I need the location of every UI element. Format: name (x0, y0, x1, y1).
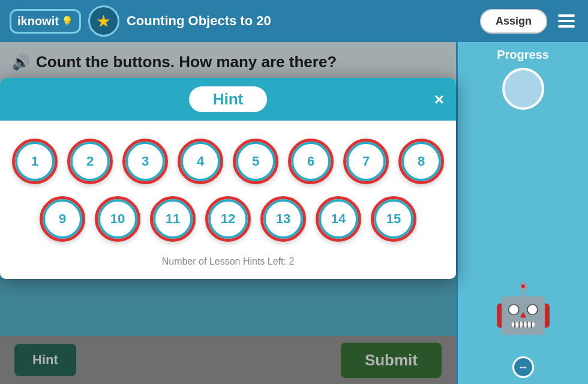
numbered-button-15: 15 (371, 196, 416, 242)
numbered-button-10: 10 (95, 196, 140, 242)
main-area: 🔊 Count the buttons. How many are there?… (0, 42, 588, 384)
numbered-button-13: 13 (260, 196, 306, 242)
logo-text: iknowit (17, 14, 59, 28)
numbered-button-5: 5 (233, 139, 278, 184)
assign-button[interactable]: Assign (480, 9, 547, 34)
robot-area: 🤖 (493, 116, 553, 350)
modal-header: Hint × (0, 78, 456, 121)
hint-modal: Hint × 12345678 9101112131415 Number of … (0, 78, 456, 279)
hamburger-icon (558, 14, 575, 17)
logo: iknowit 💡 (10, 9, 81, 34)
hamburger-icon (558, 20, 575, 22)
robot-icon: 🤖 (493, 284, 553, 332)
hamburger-icon (558, 25, 575, 28)
lesson-title: Counting Objects to 20 (127, 13, 473, 29)
buttons-grid: 12345678 9101112131415 (12, 139, 444, 242)
modal-body: 12345678 9101112131415 Number of Lesson … (0, 121, 456, 279)
menu-button[interactable] (554, 11, 578, 31)
buttons-row-1: 12345678 (12, 139, 444, 184)
numbered-button-2: 2 (67, 139, 113, 184)
hints-left-text: Number of Lesson Hints Left: 2 (162, 256, 295, 267)
modal-title: Hint (213, 90, 244, 108)
numbered-button-7: 7 (343, 139, 389, 184)
numbered-button-12: 12 (205, 196, 251, 242)
star-icon: ★ (96, 11, 111, 31)
buttons-row-2: 9101112131415 (40, 196, 416, 242)
progress-circle (502, 68, 544, 110)
numbered-button-8: 8 (398, 139, 444, 184)
numbered-button-11: 11 (150, 196, 196, 242)
lightbulb-icon: 💡 (61, 16, 73, 27)
progress-label: Progress (497, 48, 549, 62)
modal-title-wrapper: Hint (189, 86, 268, 112)
app-header: iknowit 💡 ★ Counting Objects to 20 Assig… (0, 0, 588, 42)
numbered-button-6: 6 (288, 139, 334, 184)
hint-modal-overlay: Hint × 12345678 9101112131415 Number of … (0, 42, 456, 384)
numbered-button-4: 4 (178, 139, 223, 184)
numbered-button-1: 1 (12, 139, 58, 184)
modal-close-button[interactable]: × (434, 90, 444, 109)
nav-arrow-button[interactable]: ↔ (512, 356, 534, 378)
sidebar: Progress 🤖 ↔ (456, 42, 588, 384)
numbered-button-3: 3 (122, 139, 168, 184)
content-area: 🔊 Count the buttons. How many are there?… (0, 42, 456, 384)
star-badge: ★ (88, 5, 119, 37)
numbered-button-14: 14 (316, 196, 361, 242)
numbered-button-9: 9 (40, 196, 85, 242)
